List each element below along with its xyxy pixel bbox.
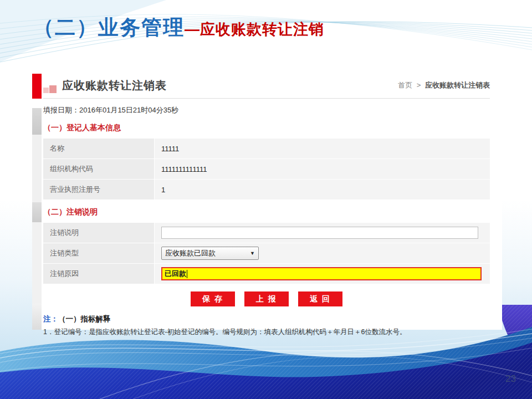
- row-value-org-code: 1111111111111: [155, 159, 490, 179]
- table-row: 营业执照注册号 1: [43, 180, 490, 200]
- row-label-org-code: 组织机构代码: [43, 159, 154, 179]
- row-label-name: 名称: [43, 139, 154, 158]
- breadcrumb-home-link[interactable]: 首页: [398, 81, 412, 89]
- sidebar-gray-block: [32, 202, 42, 222]
- return-button[interactable]: 返 回: [298, 291, 342, 306]
- table-row: 注销类型 应收账款已回款 ▼: [43, 243, 490, 263]
- text-cursor: [187, 270, 187, 278]
- sidebar-gray-block: [32, 304, 42, 330]
- fill-date: 填报日期：2016年01月15日21时04分35秒: [43, 105, 490, 115]
- form-title: 应收账款转让注销表: [62, 78, 167, 93]
- breadcrumb-current: 应收账款转让注销表: [425, 81, 490, 89]
- row-label-cancel-reason: 注销原因: [43, 264, 154, 284]
- title-squares-icon: [43, 84, 58, 93]
- cancel-reason-value: 已回款: [165, 269, 186, 279]
- row-value-name: 11111: [155, 139, 490, 158]
- table-row: 注销说明: [43, 223, 490, 243]
- table-row: 名称 11111: [43, 139, 490, 158]
- sidebar-gray-block: [32, 108, 42, 135]
- slide-title-main: （二）业务管理: [33, 17, 185, 39]
- submit-button[interactable]: 上 报: [244, 291, 289, 306]
- row-value-license-no: 1: [155, 180, 490, 200]
- form-screenshot: 应收账款转让注销表 首页 > 应收账款转让注销表 填报日期：2016年01月15…: [32, 69, 502, 330]
- row-label-cancel-desc: 注销说明: [43, 223, 154, 243]
- form-content: 应收账款转让注销表 首页 > 应收账款转让注销表 填报日期：2016年01月15…: [43, 69, 490, 330]
- note-heading: 注：（一）指标解释: [43, 314, 490, 324]
- note-line-1: 1．登记编号：是指应收账款转让登记表-初始登记的编号。编号规则为：填表人组织机构…: [43, 328, 490, 337]
- note-heading-text: （一）指标解释: [58, 315, 111, 323]
- breadcrumb: 首页 > 应收账款转让注销表: [398, 80, 490, 90]
- save-button[interactable]: 保 存: [191, 291, 235, 306]
- cancel-type-select[interactable]: 应收账款已回款 ▼: [161, 247, 259, 260]
- table-row: 注销原因 已回款: [43, 264, 490, 284]
- form-header: 应收账款转让注销表 首页 > 应收账款转让注销表: [43, 69, 490, 99]
- sidebar-gray-block: [32, 135, 42, 202]
- sidebar-red-block: [32, 74, 42, 99]
- sidebar-gray-block: [32, 222, 42, 304]
- section-heading-cancel-desc: （二）注销说明: [43, 207, 490, 217]
- cancel-type-selected-value: 应收账款已回款: [165, 248, 216, 258]
- slide-title-sub: —应收账款转让注销: [185, 21, 324, 39]
- breadcrumb-separator: >: [417, 81, 421, 89]
- slide: （二）业务管理 —应收账款转让注销 应收账款转让注销表 首页: [0, 0, 532, 399]
- basic-info-table: 名称 11111 组织机构代码 1111111111111 营业执照注册号 1: [43, 139, 490, 200]
- sidebar-sliver: [32, 69, 42, 330]
- fill-date-label: 填报日期：: [43, 106, 79, 114]
- row-label-cancel-type: 注销类型: [43, 243, 154, 263]
- table-row: 组织机构代码 1111111111111: [43, 159, 490, 179]
- button-row: 保 存 上 报 返 回: [43, 291, 490, 306]
- cancel-desc-input[interactable]: [161, 227, 478, 239]
- slide-title: （二）业务管理 —应收账款转让注销: [33, 17, 324, 39]
- cancel-desc-table: 注销说明 注销类型 应收账款已回款 ▼ 注销原因: [43, 223, 490, 284]
- row-label-license-no: 营业执照注册号: [43, 180, 154, 200]
- dropdown-arrow-icon: ▼: [250, 250, 255, 256]
- note-prefix: 注：: [43, 315, 58, 323]
- page-number: 23: [505, 374, 516, 385]
- section-heading-basic-info: （一）登记人基本信息: [43, 123, 490, 133]
- fill-date-value: 2016年01月15日21时04分35秒: [79, 106, 178, 114]
- cancel-reason-input[interactable]: 已回款: [161, 267, 482, 280]
